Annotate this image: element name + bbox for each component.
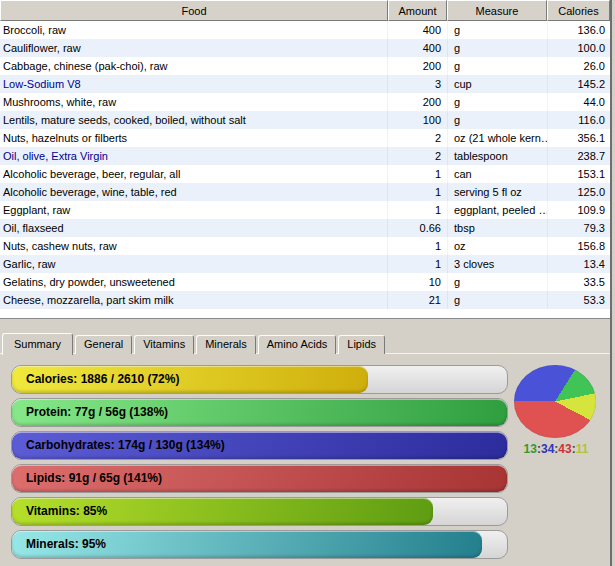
table-row[interactable]: Lentils, mature seeds, cooked, boiled, w… [0,111,610,129]
cell-calories: 100.0 [547,39,610,57]
cell-amount: 3 [388,75,447,93]
cell-measure: g [447,21,547,39]
cell-measure: can [447,165,547,183]
cell-measure: g [447,57,547,75]
table-row[interactable]: Eggplant, raw1eggplant, peeled …109.9 [0,201,610,219]
cell-amount: 10 [388,273,447,291]
cell-amount: 100 [388,111,447,129]
summary-panel: Calories: 1886 / 2610 (72%)Protein: 77g … [0,353,610,566]
ratio-value: 43 [558,442,571,456]
cell-amount: 1 [388,183,447,201]
cell-calories: 153.1 [547,165,610,183]
cell-measure: serving 5 fl oz [447,183,547,201]
table-row[interactable]: Cabbage, chinese (pak-choi), raw200g26.0 [0,57,610,75]
cell-food: Eggplant, raw [0,201,388,219]
food-table-body: Broccoli, raw400g136.0Cauliflower, raw40… [0,21,610,309]
cell-amount: 1 [388,165,447,183]
cell-calories: 125.0 [547,183,610,201]
cell-calories: 26.0 [547,57,610,75]
macronutrient-pie-chart [514,365,596,438]
column-header-amount[interactable]: Amount [388,0,447,21]
cell-food: Gelatins, dry powder, unsweetened [0,273,388,291]
cell-amount: 200 [388,57,447,75]
cell-calories: 13.4 [547,255,610,273]
tab-general[interactable]: General [75,335,132,354]
cell-food: Lentils, mature seeds, cooked, boiled, w… [0,111,388,129]
cell-calories: 116.0 [547,111,610,129]
cell-calories: 238.7 [547,147,610,165]
calories-bar-label: Calories: 1886 / 2610 (72%) [26,366,179,393]
cell-measure: eggplant, peeled … [447,201,547,219]
ratio-value: 34 [541,442,554,456]
tab-summary[interactable]: Summary [2,333,73,355]
tab-amino-acids[interactable]: Amino Acids [258,335,337,354]
cell-food: Cabbage, chinese (pak-choi), raw [0,57,388,75]
table-row[interactable]: Oil, olive, Extra Virgin2tablespoon238.7 [0,147,610,165]
table-row[interactable]: Cheese, mozzarella, part skim milk21g53.… [0,291,610,309]
food-table: Food Amount Measure Calories Broccoli, r… [0,0,610,319]
table-row[interactable]: Garlic, raw13 cloves13.4 [0,255,610,273]
table-row[interactable]: Alcoholic beverage, wine, table, red1ser… [0,183,610,201]
table-row[interactable]: Cauliflower, raw400g100.0 [0,39,610,57]
nutrient-bars: Calories: 1886 / 2610 (72%)Protein: 77g … [11,365,508,563]
table-row[interactable]: Broccoli, raw400g136.0 [0,21,610,39]
cell-amount: 200 [388,93,447,111]
carbohydrates-bar-label: Carbohydrates: 174g / 130g (134%) [26,432,225,459]
table-row[interactable]: Nuts, hazelnuts or filberts2oz (21 whole… [0,129,610,147]
cell-food: Cheese, mozzarella, part skim milk [0,291,388,309]
table-row[interactable]: Oil, flaxseed0.66tbsp79.3 [0,219,610,237]
cell-food: Oil, olive, Extra Virgin [0,147,388,165]
lipids-bar-label: Lipids: 91g / 65g (141%) [26,465,162,492]
cell-amount: 1 [388,255,447,273]
protein-bar: Protein: 77g / 56g (138%) [11,398,508,427]
table-row[interactable]: Low-Sodium V83cup145.2 [0,75,610,93]
cell-food: Oil, flaxseed [0,219,388,237]
cell-amount: 21 [388,291,447,309]
cell-amount: 0.66 [388,219,447,237]
vitamins-bar: Vitamins: 85% [11,497,508,526]
column-header-calories[interactable]: Calories [547,0,610,21]
cell-measure: tbsp [447,219,547,237]
table-row[interactable]: Gelatins, dry powder, unsweetened10g33.5 [0,273,610,291]
cell-calories: 145.2 [547,75,610,93]
cell-food: Alcoholic beverage, wine, table, red [0,183,388,201]
summary-tabbar: SummaryGeneralVitaminsMineralsAmino Acid… [2,332,387,354]
food-table-header: Food Amount Measure Calories [0,0,610,21]
cell-amount: 400 [388,39,447,57]
cell-calories: 136.0 [547,21,610,39]
cell-food: Nuts, cashew nuts, raw [0,237,388,255]
window-right-border [610,0,615,566]
cell-calories: 53.3 [547,291,610,309]
cell-calories: 33.5 [547,273,610,291]
cell-measure: g [447,273,547,291]
cell-food: Mushrooms, white, raw [0,93,388,111]
cell-amount: 1 [388,201,447,219]
cell-amount: 2 [388,129,447,147]
cell-amount: 400 [388,21,447,39]
cell-measure: oz (21 whole kern… [447,129,547,147]
minerals-bar-label: Minerals: 95% [26,531,106,558]
cell-amount: 2 [388,147,447,165]
vitamins-bar-label: Vitamins: 85% [26,498,107,525]
cell-measure: cup [447,75,547,93]
minerals-bar: Minerals: 95% [11,530,508,559]
table-row[interactable]: Nuts, cashew nuts, raw1oz156.8 [0,237,610,255]
calories-bar: Calories: 1886 / 2610 (72%) [11,365,508,394]
column-header-food[interactable]: Food [0,0,388,21]
cell-measure: 3 cloves [447,255,547,273]
cell-amount: 1 [388,237,447,255]
cell-calories: 44.0 [547,93,610,111]
column-header-measure[interactable]: Measure [447,0,547,21]
macronutrient-ratio-text: 13:34:43:11 [508,442,604,456]
cell-calories: 109.9 [547,201,610,219]
tab-lipids[interactable]: Lipids [338,335,385,354]
tab-vitamins[interactable]: Vitamins [134,335,194,354]
cell-food: Low-Sodium V8 [0,75,388,93]
cell-food: Alcoholic beverage, beer, regular, all [0,165,388,183]
cell-measure: g [447,111,547,129]
table-row[interactable]: Alcoholic beverage, beer, regular, all1c… [0,165,610,183]
cell-measure: g [447,39,547,57]
tab-minerals[interactable]: Minerals [196,335,256,354]
table-row[interactable]: Mushrooms, white, raw200g44.0 [0,93,610,111]
ratio-value: 13 [524,442,537,456]
